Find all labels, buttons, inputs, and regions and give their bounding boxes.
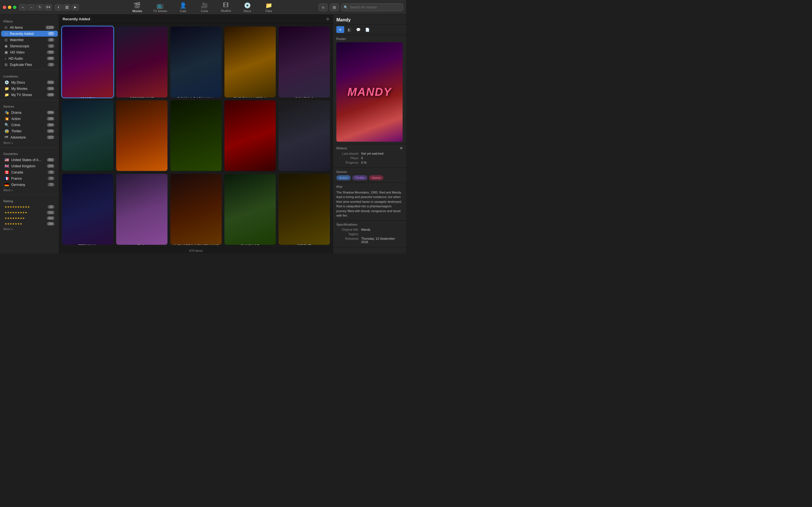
sidebar-item-hd-video[interactable]: ▣ HD Video 785 <box>1 49 58 55</box>
divider-countries <box>0 147 59 148</box>
movies-icon: 🎬 <box>134 2 141 9</box>
sidebar-item-drama[interactable]: 🎭 Drama 694 <box>1 110 58 115</box>
genres-section-title: Genres <box>0 103 59 109</box>
history-section-title: History ⚙ <box>336 147 403 150</box>
sidebar-item-usa[interactable]: 🇺🇸 United States of A... 982 <box>1 157 58 163</box>
movie-card-2[interactable]: PEPPERMINTPeppermint★★★★★★ · · <box>116 26 167 98</box>
sidebar-item-action[interactable]: 💥 Action 346 <box>1 116 58 122</box>
tab-studios[interactable]: 🎞 Studios <box>218 1 234 14</box>
genres-more-link[interactable]: More » <box>0 140 59 145</box>
sidebar-item-all-items[interactable]: ⊙ All Items 1134 <box>1 24 58 31</box>
movie-poster-11: TERMINAL <box>62 174 113 245</box>
countries-more-link[interactable]: More » <box>0 188 59 192</box>
movie-card-8[interactable]: JURASSIC WORLDJurassic World: Fallen Kin… <box>170 100 221 171</box>
sidebar-item-rating-9[interactable]: ★★★★★★★★★ 152 <box>1 210 58 215</box>
drama-icon: 🎭 <box>4 110 9 115</box>
search-box: 🔍 <box>341 3 403 11</box>
search-input[interactable] <box>350 5 401 9</box>
sidebar-item-stereoscopic[interactable]: ◉ Stereoscopic 12 <box>1 43 58 49</box>
sidebar-item-rating-7[interactable]: ★★★★★★★ 386 <box>1 221 58 226</box>
sidebar-item-germany[interactable]: 🇩🇪 Germany 73 <box>1 182 58 187</box>
movie-card-7[interactable]: Incredibles 2Incredibles 2★★★★★★ · · <box>116 100 167 171</box>
sidebar-item-thriller[interactable]: 😰 Thriller 305 <box>1 128 58 134</box>
remove-button[interactable]: − <box>28 4 35 10</box>
action-icon: 💥 <box>4 117 9 121</box>
adventure-icon: 🗺 <box>4 135 8 139</box>
main-container: Filters ⊙ All Items 1134 ◷ Recently Adde… <box>0 15 406 253</box>
movie-card-15[interactable]: BEIRUTBeirut★★★★★★★ · · <box>278 174 330 245</box>
movie-card-9[interactable]: DEADPOOL 2Deadpool 2★★★★★★★ · · <box>224 100 276 171</box>
maximize-button[interactable] <box>13 6 16 9</box>
tab-crew[interactable]: 🎥 Crew <box>197 1 212 14</box>
movie-poster-8: JURASSIC WORLD <box>170 100 221 171</box>
sidebar-item-rating-8[interactable]: ★★★★★★★★ 442 <box>1 216 58 221</box>
sidebar-item-adventure[interactable]: 🗺 Adventure 222 <box>1 134 58 140</box>
genre-tag-thriller[interactable]: Thriller <box>352 175 368 180</box>
image-button[interactable]: 🖼 <box>63 4 70 10</box>
movie-card-5[interactable]: SICARIO 2Sicario: Day of the Soldado★★★★… <box>278 26 330 98</box>
usa-flag-icon: 🇺🇸 <box>4 158 9 162</box>
sidebar-item-duplicate-files[interactable]: ⊞ Duplicate Files 10 <box>1 62 58 68</box>
detail-tab-list[interactable]: ≡ <box>336 26 344 33</box>
close-button[interactable] <box>3 6 6 9</box>
detail-tab-media[interactable]: ◧ <box>345 26 353 33</box>
tab-cast[interactable]: 👤 Cast <box>175 1 191 14</box>
sidebar-item-hd-audio[interactable]: ♪ HD Audio 488 <box>1 55 58 61</box>
search-icon: 🔍 <box>344 5 348 9</box>
refresh-button[interactable]: ↻ <box>36 4 43 10</box>
grid-settings-icon[interactable]: ⚙ <box>326 17 329 21</box>
sidebar-item-crime[interactable]: 🔍 Crime 344 <box>1 122 58 128</box>
divider-genres <box>0 100 59 100</box>
detail-tab-document[interactable]: 📄 <box>363 26 371 33</box>
cast-icon: 👤 <box>180 2 187 9</box>
genre-tag-horror[interactable]: Horror <box>369 175 384 180</box>
sidebar-item-uk[interactable]: 🇬🇧 United Kingdom 259 <box>1 163 58 169</box>
export-button[interactable]: ⎋ <box>319 3 327 11</box>
sidebar-item-my-tv-shows[interactable]: 📁 My TV Shows 438 <box>1 92 58 98</box>
movie-card-14[interactable]: RAMPAGERampage★★★★★★ · · <box>224 174 276 245</box>
tab-files[interactable]: 📁 Files <box>261 1 276 14</box>
detail-title-bar: Mandy <box>333 15 406 24</box>
sidebar-item-my-movies[interactable]: 📁 My Movies 164 <box>1 86 58 92</box>
tab-discs[interactable]: 💿 Discs <box>239 1 255 14</box>
window-controls: + − ↻ ⚙▾ <box>19 4 52 10</box>
movie-card-10[interactable]: SOLOSolo: A Star Wars Story★★★★★★ · · <box>278 100 330 171</box>
sidebar-item-canada[interactable]: 🇨🇦 Canada 78 <box>1 169 58 175</box>
history-settings-icon[interactable]: ⚙ <box>400 147 403 150</box>
sidebar-item-recently-added[interactable]: ◷ Recently Added 77 <box>1 31 58 37</box>
thriller-icon: 😰 <box>4 129 9 133</box>
minimize-button[interactable] <box>8 6 11 9</box>
detail-tab-comments[interactable]: 💬 <box>354 26 362 33</box>
countries-section-title: Countries <box>0 150 59 157</box>
poster-section-title: Poster <box>336 37 403 41</box>
content-header: Recently Added ⚙ <box>59 15 333 24</box>
history-progress-row: Progress: 0 % <box>336 161 403 164</box>
movie-card-11[interactable]: TERMINALTerminal★★★★★★ · · <box>62 174 113 245</box>
play-button[interactable]: ▶ <box>71 4 79 10</box>
movie-card-12[interactable]: TullyTully★★★★★★★ · · <box>116 174 167 245</box>
studios-icon: 🎞 <box>223 2 229 8</box>
rating-more-link[interactable]: More » <box>0 227 59 231</box>
detail-plot-text: The Shadow Mountains, 1983. Red and Mand… <box>336 190 403 218</box>
settings-dropdown-button[interactable]: ⚙▾ <box>45 4 52 10</box>
sidebar-item-france[interactable]: 🇫🇷 France 76 <box>1 175 58 181</box>
germany-flag-icon: 🇩🇪 <box>4 182 9 187</box>
tab-movies[interactable]: 🎬 Movies <box>130 1 145 14</box>
sidebar-item-rating-10[interactable]: ★★★★★★★★★★ 20 <box>1 204 58 210</box>
sidebar-item-watchlist[interactable]: ⊡ Watchlist 28 <box>1 37 58 43</box>
history-plays-row: Plays: 0 <box>336 156 403 160</box>
movie-card-3[interactable]: DOWN A DARK HALLDown a Dark Hall★★★★★★ ·… <box>170 26 221 98</box>
sidebar-item-my-discs[interactable]: 💿 My Discs 503 <box>1 79 58 86</box>
tab-tvshows[interactable]: 📺 TV Shows <box>151 1 169 14</box>
movie-card-6[interactable]: UNDER THE SILVER LAKEUnder the Silver La… <box>62 100 113 171</box>
genre-tag-action[interactable]: Action <box>336 175 351 180</box>
movie-card-13[interactable]: AVENGERS INFINITY WARAvengers: Infinity … <box>170 174 221 245</box>
movie-card-1[interactable]: MANDYMandy★★★★★★★ · · <box>62 26 113 98</box>
movie-poster-6: UNDER THE SILVER LAKE <box>62 100 113 171</box>
movie-card-4[interactable]: THE EQUALIZER 2The Equalizer 2★★★★★★★★ ·… <box>224 26 276 98</box>
filter-button[interactable]: ⊞ <box>330 3 339 11</box>
info-button[interactable]: ℹ <box>55 4 62 10</box>
add-button[interactable]: + <box>19 4 27 10</box>
titlebar: + − ↻ ⚙▾ ℹ 🖼 ▶ 🎬 Movies 📺 TV Shows 👤 Cas… <box>0 0 406 15</box>
rating-section-title: Rating <box>0 197 59 204</box>
